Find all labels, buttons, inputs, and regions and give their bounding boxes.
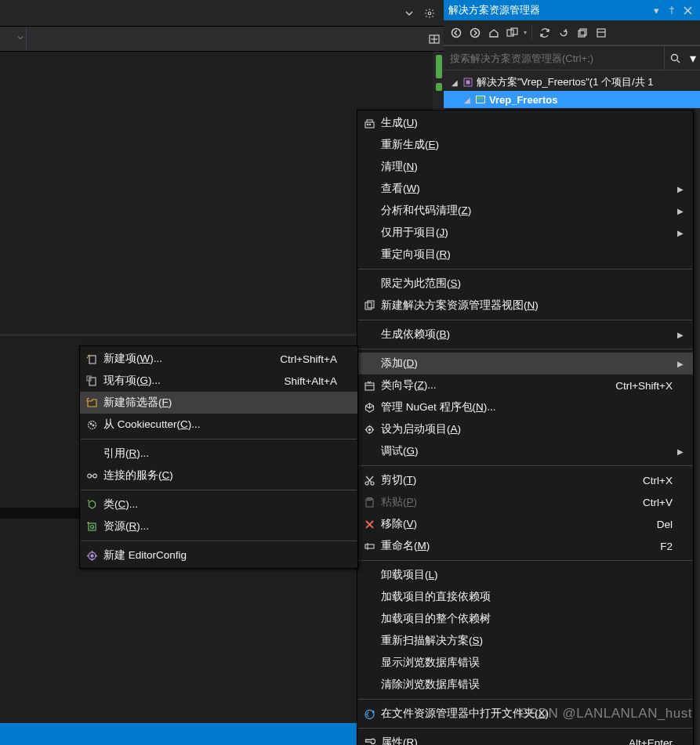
context-menu-item[interactable]: 重新扫描解决方案(S)	[357, 630, 693, 652]
context-menu-item[interactable]: 属性(R)Alt+Enter	[357, 732, 693, 745]
solution-tree[interactable]: ◢ 解决方案"Vrep_Freertos"(1 个项目/共 1 ◢ Vrep_F…	[444, 71, 700, 111]
menu-item-shortcut: Alt+Enter	[613, 737, 673, 746]
context-menu-item[interactable]: 分析和代码清理(Z)▶	[357, 200, 693, 222]
add-submenu-item[interactable]: 资源(R)...	[80, 515, 357, 537]
refresh-icon[interactable]	[556, 25, 571, 41]
context-menu-item[interactable]: 重新生成(E)	[357, 134, 693, 156]
context-menu-item[interactable]: 清除浏览数据库错误	[357, 674, 693, 696]
add-submenu-item[interactable]: 新建 EditorConfig	[80, 544, 357, 566]
context-menu-item[interactable]: 生成依赖项(B)▶	[357, 324, 693, 345]
workspace: 解决方案资源管理器 ▾ ▾ ▾ ◢ 解决方案	[0, 0, 700, 745]
home-icon[interactable]	[486, 25, 502, 41]
remove-icon	[357, 519, 381, 530]
menu-separator	[81, 541, 357, 541]
submenu-arrow-icon: ▶	[673, 447, 684, 456]
new-view-icon	[357, 300, 381, 312]
context-menu-item[interactable]: 仅用于项目(J)▶	[357, 222, 693, 244]
dropdown-icon[interactable]: ▾	[648, 2, 664, 18]
menu-item-label: 新建筛选器(F)	[103, 396, 337, 410]
context-menu-item[interactable]: 显示浏览数据库错误	[357, 652, 693, 674]
svg-point-5	[471, 28, 480, 37]
dropdown-icon[interactable]	[401, 5, 417, 21]
context-menu-item[interactable]: 重命名(M)F2	[357, 535, 693, 557]
menu-separator	[358, 560, 692, 561]
context-menu-item[interactable]: 重定向项目(R)	[357, 244, 693, 266]
sync-icon[interactable]	[537, 25, 553, 41]
gear-icon[interactable]	[422, 5, 437, 21]
switch-views-icon[interactable]	[505, 25, 520, 41]
close-icon[interactable]	[680, 2, 695, 18]
collapse-all-icon[interactable]	[575, 25, 590, 41]
menu-separator	[358, 699, 692, 700]
add-submenu: 新建项(W)...Ctrl+Shift+A现有项(G)...Shift+Alt+…	[79, 345, 358, 569]
watermark: CSDN @LANLANLAN_hust	[519, 706, 692, 721]
menu-item-label: 重定向项目(R)	[381, 248, 673, 262]
editor-tabstrip	[0, 0, 444, 27]
project-label: Vrep_Freertos	[489, 94, 557, 106]
editor-breadcrumb[interactable]	[0, 27, 444, 52]
svg-point-12	[672, 54, 678, 60]
solution-node[interactable]: ◢ 解决方案"Vrep_Freertos"(1 个项目/共 1	[444, 74, 700, 91]
svg-point-0	[428, 12, 431, 15]
new-item-icon	[80, 353, 103, 365]
menu-item-shortcut: Del	[641, 519, 673, 530]
menu-item-label: 查看(W)	[381, 182, 673, 196]
context-menu-item[interactable]: 加载项目的整个依赖树	[357, 608, 693, 630]
menu-item-label: 加载项目的整个依赖树	[381, 612, 673, 626]
svg-rect-22	[365, 302, 372, 309]
properties-icon[interactable]	[593, 25, 609, 41]
context-menu-item[interactable]: 剪切(T)Ctrl+X	[357, 469, 693, 491]
context-menu-item[interactable]: 清理(N)	[357, 156, 693, 178]
svg-rect-17	[477, 97, 480, 99]
add-submenu-item[interactable]: 引用(R)...	[80, 443, 357, 465]
add-submenu-item[interactable]: 新建筛选器(F)	[80, 392, 357, 414]
context-menu-item[interactable]: 查看(W)▶	[357, 178, 693, 200]
context-menu-item[interactable]: 移除(V)Del	[357, 513, 693, 535]
svg-rect-8	[578, 31, 585, 37]
add-submenu-item[interactable]: 新建项(W)...Ctrl+Shift+A	[80, 348, 357, 370]
svg-point-38	[90, 423, 92, 425]
resource-icon	[80, 521, 103, 533]
context-menu-item[interactable]: 管理 NuGet 程序包(N)...	[357, 396, 693, 418]
add-submenu-item[interactable]: 从 Cookiecutter(C)...	[80, 414, 357, 436]
search-dropdown-icon[interactable]: ▾	[686, 46, 700, 70]
context-menu-item[interactable]: 添加(D)▶	[357, 353, 693, 374]
context-menu-item[interactable]: 生成(U)	[357, 112, 693, 134]
svg-rect-34	[89, 356, 96, 363]
project-node[interactable]: ◢ Vrep_Freertos	[444, 91, 700, 108]
svg-point-44	[90, 525, 93, 528]
menu-item-label: 从 Cookiecutter(C)...	[103, 418, 337, 432]
forward-icon[interactable]	[467, 25, 483, 41]
context-menu-item[interactable]: 调试(G)▶	[357, 440, 693, 462]
svg-point-37	[88, 421, 96, 429]
context-menu-item[interactable]: 加载项目的直接依赖项	[357, 586, 693, 608]
context-menu-item[interactable]: 卸载项目(L)	[357, 564, 693, 586]
search-icon[interactable]	[664, 46, 686, 70]
svg-rect-43	[89, 523, 96, 530]
menu-separator	[358, 465, 692, 466]
menu-item-label: 移除(V)	[381, 517, 641, 531]
pin-icon[interactable]	[664, 2, 680, 18]
add-submenu-item[interactable]: 现有项(G)...Shift+Alt+A	[80, 370, 357, 392]
menu-item-shortcut: Ctrl+Shift+X	[600, 380, 673, 392]
menu-separator	[358, 269, 692, 269]
split-editor-icon[interactable]	[425, 27, 444, 51]
panel-header[interactable]: 解决方案资源管理器 ▾	[444, 0, 700, 20]
expand-icon[interactable]: ◢	[450, 78, 459, 87]
menu-item-label: 仅用于项目(J)	[381, 226, 673, 240]
context-menu-item[interactable]: 设为启动项目(A)	[357, 418, 693, 440]
back-icon[interactable]	[448, 25, 464, 41]
context-menu-item[interactable]: 限定为此范围(S)	[357, 273, 693, 295]
nuget-icon	[357, 402, 381, 414]
menu-item-shortcut: Ctrl+X	[627, 475, 673, 486]
search-input[interactable]	[444, 52, 664, 64]
add-submenu-item[interactable]: 连接的服务(C)	[80, 465, 357, 486]
menu-item-label: 类向导(Z)...	[381, 378, 600, 392]
context-menu-item[interactable]: 类向导(Z)...Ctrl+Shift+X	[357, 374, 693, 396]
menu-item-label: 清理(N)	[381, 160, 673, 174]
context-menu-item[interactable]: 新建解决方案资源管理器视图(N)	[357, 295, 693, 316]
build-icon	[357, 118, 381, 129]
menu-separator	[358, 320, 692, 320]
expand-icon[interactable]: ◢	[462, 96, 472, 104]
add-submenu-item[interactable]: 类(C)...	[80, 494, 357, 515]
